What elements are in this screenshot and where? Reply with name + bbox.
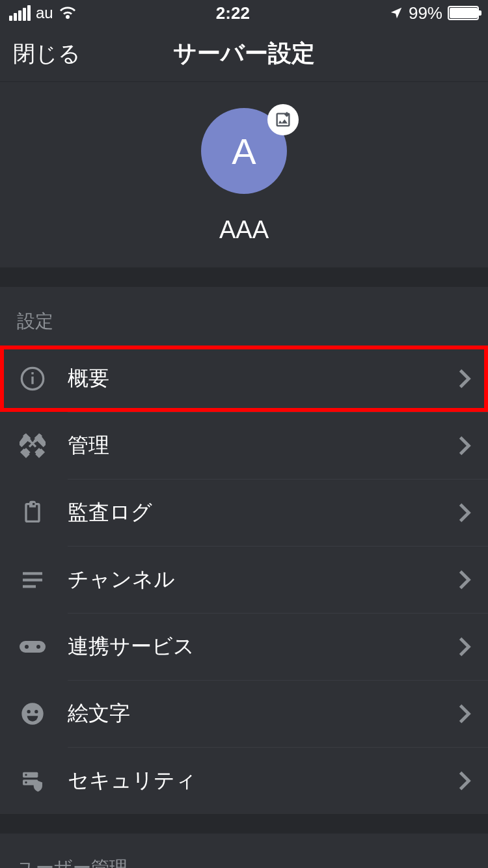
- status-bar: au 2:22 99%: [0, 0, 488, 26]
- row-emoji[interactable]: 絵文字: [0, 681, 488, 747]
- page-title: サーバー設定: [173, 38, 315, 70]
- svg-rect-1: [284, 114, 289, 115]
- row-label: 監査ログ: [68, 498, 458, 527]
- crossed-swords-icon: [17, 433, 48, 459]
- row-channel[interactable]: チャンネル: [0, 547, 488, 613]
- battery-icon: [448, 6, 479, 20]
- svg-point-12: [27, 710, 31, 713]
- clipboard-icon: [17, 500, 48, 526]
- svg-rect-3: [31, 377, 33, 385]
- upload-image-icon[interactable]: [267, 104, 299, 135]
- location-icon: [389, 6, 403, 20]
- signal-icon: [9, 5, 31, 21]
- list-icon: [17, 567, 48, 593]
- gamepad-icon: [17, 637, 48, 657]
- section-gap: [0, 267, 488, 287]
- row-security[interactable]: セキュリティ: [0, 748, 488, 814]
- svg-point-10: [36, 645, 40, 649]
- chevron-right-icon: [458, 368, 471, 389]
- row-label: 管理: [68, 431, 458, 460]
- server-shield-icon: [17, 768, 48, 794]
- carrier-label: au: [36, 4, 53, 22]
- row-integrations[interactable]: 連携サービス: [0, 614, 488, 680]
- status-time: 2:22: [216, 3, 250, 23]
- svg-rect-7: [23, 585, 36, 588]
- row-label: 絵文字: [68, 699, 458, 728]
- avatar-wrap[interactable]: A: [201, 108, 287, 194]
- status-left: au: [9, 4, 77, 22]
- battery-percent: 99%: [409, 3, 442, 23]
- svg-point-16: [25, 774, 27, 776]
- svg-point-13: [34, 710, 38, 713]
- emoji-icon: [17, 701, 48, 727]
- nav-header: 閉じる サーバー設定: [0, 26, 488, 82]
- status-right: 99%: [389, 3, 479, 23]
- chevron-right-icon: [458, 569, 471, 590]
- svg-rect-6: [23, 578, 42, 581]
- section-gap: [0, 814, 488, 834]
- wifi-icon: [59, 6, 77, 20]
- row-label: 連携サービス: [68, 632, 458, 661]
- section-label-user-mgmt: ユーザー管理: [0, 834, 488, 868]
- row-manage[interactable]: 管理: [0, 413, 488, 479]
- chevron-right-icon: [458, 770, 471, 791]
- svg-point-17: [25, 781, 27, 783]
- svg-rect-4: [31, 372, 33, 374]
- row-label: チャンネル: [68, 565, 458, 594]
- section-label-settings: 設定: [0, 287, 488, 346]
- chevron-right-icon: [458, 636, 471, 657]
- server-name: AAA: [0, 216, 488, 244]
- chevron-right-icon: [458, 502, 471, 523]
- svg-point-9: [25, 645, 29, 649]
- server-header: A AAA: [0, 82, 488, 267]
- chevron-right-icon: [458, 703, 471, 724]
- chevron-right-icon: [458, 435, 471, 456]
- row-label: 概要: [68, 364, 458, 393]
- row-audit-log[interactable]: 監査ログ: [0, 480, 488, 546]
- row-label: セキュリティ: [68, 766, 458, 795]
- svg-rect-8: [20, 641, 46, 653]
- info-icon: [17, 366, 48, 392]
- svg-rect-5: [23, 572, 42, 575]
- close-button[interactable]: 閉じる: [13, 39, 81, 69]
- row-overview[interactable]: 概要: [0, 346, 488, 412]
